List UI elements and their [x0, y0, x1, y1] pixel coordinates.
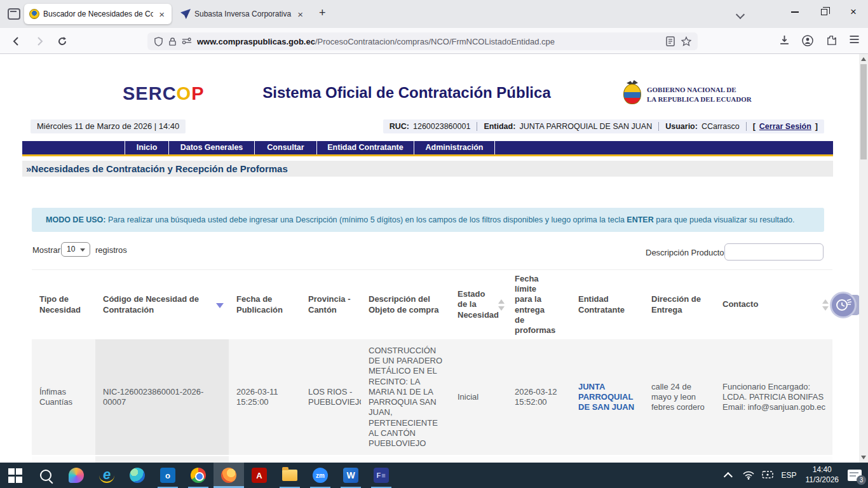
main-menubar: Inicio Datos Generales Consultar Entidad…	[22, 141, 833, 154]
header-tipo[interactable]: Tipo de Necesidad	[32, 270, 95, 339]
taskbar-outlook[interactable]: o	[153, 463, 183, 488]
system-tray: ESP 14:40 11/3/2026 3	[726, 463, 868, 488]
sort-both-icon[interactable]	[822, 299, 829, 311]
scroll-up-icon[interactable]	[861, 57, 866, 61]
entity-value: JUNTA PARROQUIAL DE SAN JUAN	[519, 119, 652, 133]
header-provincia[interactable]: Provincia - Cantón	[301, 270, 361, 339]
description-filter-input[interactable]	[724, 243, 824, 261]
lock-icon[interactable]	[168, 37, 177, 46]
reload-button[interactable]	[55, 34, 70, 49]
menu-entidad-contratante[interactable]: Entidad Contratante	[316, 141, 414, 154]
tray-time: 14:40	[806, 465, 839, 475]
wifi-icon[interactable]	[743, 471, 754, 480]
taskbar-zoom[interactable]: zm	[305, 463, 336, 488]
menu-hamburger-icon[interactable]	[849, 35, 860, 46]
minimize-button[interactable]	[780, 0, 810, 24]
windows-logo-icon	[8, 468, 23, 483]
account-icon[interactable]	[802, 35, 813, 46]
taskbar-chrome[interactable]	[183, 463, 214, 488]
table-row: Ínfimas Cuantías NIC-1260023860001-2026-…	[32, 339, 832, 455]
header-fecha-publicacion[interactable]: Fecha de Publicación	[229, 270, 301, 339]
file-explorer-icon	[282, 470, 297, 481]
tab-subasta[interactable]: Subasta Inversa Corporativa de ×	[175, 4, 310, 24]
usage-note: MODO DE USO: Para realizar una búsqueda …	[32, 208, 824, 232]
taskbar-file-explorer[interactable]	[275, 463, 305, 488]
extensions-icon[interactable]	[826, 35, 837, 46]
taskbar-edge[interactable]	[122, 463, 153, 488]
restore-button[interactable]	[810, 0, 839, 24]
user-label: Usuario:	[665, 119, 698, 133]
winged-clock-icon	[835, 297, 851, 313]
tab-title: Buscador de Necesidades de Co	[43, 10, 153, 18]
shield-icon[interactable]	[154, 37, 163, 46]
taskbar-search[interactable]	[31, 463, 61, 488]
taskbar-acrobat[interactable]: A	[244, 463, 275, 488]
show-label: Mostrar	[32, 245, 60, 255]
zoom-app-icon: zm	[313, 468, 328, 483]
cast-icon[interactable]	[762, 471, 773, 480]
clock[interactable]: 14:40 11/3/2026	[806, 465, 839, 485]
subasta-favicon-icon	[180, 9, 191, 19]
taskbar-firefox[interactable]	[214, 463, 244, 488]
taskbar-word[interactable]: W	[336, 463, 366, 488]
header-codigo[interactable]: Código de Necesidad de Contratación	[95, 270, 229, 339]
forward-button[interactable]	[32, 34, 47, 49]
sercop-logo: SERCOP	[123, 83, 204, 104]
ruc-value: 1260023860001	[413, 119, 470, 133]
tab-buscador[interactable]: Buscador de Necesidades de Co ×	[24, 4, 172, 24]
browser-toolbar: www.compraspublicas.gob.ec/ProcesoContra…	[0, 28, 868, 54]
header-contacto[interactable]: Contacto	[715, 270, 832, 339]
browser-titlebar: Buscador de Necesidades de Co × Subasta …	[0, 0, 868, 28]
cell-entidad: JUNTA PARROQUIAL DE SAN JUAN	[571, 339, 644, 455]
menu-datos-generales[interactable]: Datos Generales	[168, 141, 254, 154]
tab-close-icon[interactable]: ×	[157, 9, 166, 20]
sort-desc-icon[interactable]	[216, 303, 224, 308]
downloads-icon[interactable]	[779, 35, 790, 46]
entity-label: Entidad:	[484, 119, 515, 133]
taskbar-internet-explorer[interactable]: e	[92, 463, 122, 488]
speed-clock-widget[interactable]	[830, 292, 857, 318]
list-tabs-chevron-icon[interactable]	[736, 10, 745, 19]
window-close-button[interactable]: ×	[839, 0, 868, 24]
vertical-scrollbar[interactable]	[859, 54, 868, 463]
bookmark-star-icon[interactable]	[681, 36, 691, 46]
menu-inicio[interactable]: Inicio	[125, 141, 168, 154]
notification-center-icon[interactable]: 3	[848, 470, 862, 481]
cell-descripcion: CONSTRUCCIÓN DE UN PARADERO METÁLICO EN …	[361, 339, 450, 455]
menu-administracion[interactable]: Administración	[414, 141, 495, 154]
bracket: ]	[815, 119, 818, 133]
logout-link[interactable]: Cerrar Sesión	[759, 119, 811, 133]
header-direccion[interactable]: Dirección de Entrega	[644, 270, 715, 339]
outlook-icon: o	[160, 468, 175, 483]
cell-direccion: calle 24 de mayo y leon febres cordero	[644, 339, 715, 455]
scrollbar-thumb[interactable]	[860, 64, 867, 159]
chrome-icon	[191, 468, 206, 483]
back-button[interactable]	[9, 34, 24, 49]
start-button[interactable]	[0, 463, 31, 488]
reader-view-icon[interactable]	[666, 36, 675, 46]
cell-codigo: NIC-1260023860001-2026-00007	[95, 339, 229, 455]
header-fecha-limite[interactable]: Fecha límite para la entrega de proforma…	[507, 270, 571, 339]
header-estado[interactable]: Estado de la Necesidad	[450, 270, 507, 339]
tab-close-icon[interactable]: ×	[295, 9, 305, 20]
current-datetime: Miércoles 11 de Marzo de 2026 | 14:40	[31, 119, 186, 133]
firefox-view-icon[interactable]	[8, 8, 20, 20]
bracket: [	[753, 119, 756, 133]
taskbar-copilot[interactable]	[61, 463, 92, 488]
session-bar: RUC: 1260023860001 Entidad: JUNTA PARROQ…	[383, 119, 824, 133]
notification-badge: 3	[857, 475, 866, 485]
entity-link[interactable]: JUNTA PARROQUIAL DE SAN JUAN	[578, 382, 639, 413]
cell-tipo: Ínfimas Cuantías	[32, 339, 95, 455]
sort-both-icon[interactable]	[498, 299, 505, 311]
language-indicator[interactable]: ESP	[781, 471, 796, 480]
menu-consultar[interactable]: Consultar	[254, 141, 316, 154]
url-bar[interactable]: www.compraspublicas.gob.ec/ProcesoContra…	[147, 32, 698, 50]
scroll-down-icon[interactable]	[861, 456, 866, 459]
url-text[interactable]: www.compraspublicas.gob.ec/ProcesoContra…	[197, 37, 666, 46]
page-size-select[interactable]: 10	[61, 242, 90, 257]
header-entidad[interactable]: Entidad Contratante	[571, 270, 644, 339]
new-tab-button[interactable]: +	[319, 6, 326, 20]
taskbar-f-app[interactable]: F≡	[366, 463, 397, 488]
header-descripcion[interactable]: Descripción del Objeto de compra	[361, 270, 450, 339]
permissions-icon[interactable]	[182, 37, 192, 45]
